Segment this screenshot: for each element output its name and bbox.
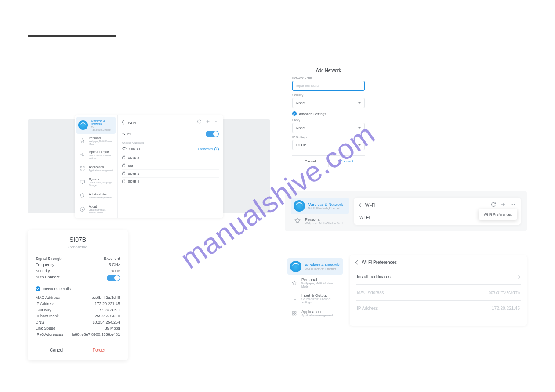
network-row[interactable]: SI07B-4 [122, 177, 219, 185]
network-name-label: Network Name [292, 76, 365, 79]
wifi-preferences-tooltip[interactable]: Wi-Fi Preferences [479, 209, 517, 220]
svg-rect-13 [294, 311, 296, 313]
auto-connect-toggle[interactable] [107, 275, 120, 281]
kv-row: Frequency5 GHz [36, 262, 120, 268]
svg-rect-3 [83, 169, 84, 170]
cancel-button[interactable]: Cancel [292, 156, 329, 167]
network-row[interactable]: SI07B-3 [122, 169, 219, 177]
choose-network-label: Choose A Network [122, 141, 219, 144]
star-icon [290, 279, 298, 287]
io-icon [290, 295, 298, 302]
sidebar-item-input[interactable]: Input & OutputSound output, Channel sett… [76, 148, 116, 162]
chevron-right-icon [517, 275, 520, 278]
network-details-modal: SI07B Connected Signal StrengthExcellent… [28, 230, 128, 360]
io-icon [78, 151, 86, 159]
svg-rect-12 [292, 311, 294, 313]
sidebar-item-administrator[interactable]: AdministratorAdministrator operations [76, 189, 116, 202]
wifi-icon [294, 200, 305, 212]
shield-icon [78, 192, 86, 200]
wifi-row-label: Wi-Fi [359, 215, 370, 220]
network-row[interactable]: SI07B-1Connected [122, 145, 219, 154]
network-title: SI07B [36, 236, 120, 243]
sidebar-item-wireless[interactable]: Wireless & Network Wi-Fi,Bluetooth,Ether… [76, 117, 116, 134]
sidebar-item-personal[interactable]: PersonalWallpaper,Multi-Window Mode [76, 134, 116, 148]
sidebar-item-personal[interactable]: Personal Wallpaper, Multi-Window Mode [291, 214, 349, 227]
prefs-row[interactable]: Install certificates [356, 269, 521, 284]
proxy-select[interactable]: None [292, 123, 365, 133]
wireless-title: Wireless & Network [308, 202, 343, 207]
personal-sub: Wallpaper, Multi-Window Mode [305, 222, 344, 225]
sidebar-item-wireless[interactable]: Wireless & Network Wi-Fi,Bluetooth,Ether… [287, 258, 343, 275]
wifi-row-label: Wi-Fi [122, 132, 131, 136]
security-label: Security [292, 94, 365, 97]
ssid-placeholder: Input the SSID [296, 84, 319, 88]
grid-icon [290, 309, 298, 317]
kv-row: Signal StrengthExcellent [36, 255, 120, 262]
svg-rect-15 [294, 313, 296, 315]
proxy-value: None [296, 126, 305, 130]
sidebar-item-about[interactable]: AboutLegal information, Android version [76, 202, 116, 216]
ip-value: DHCP [296, 143, 306, 147]
wireless-sub: Wi-Fi,Bluetooth,Ethernet [308, 207, 343, 210]
svg-rect-2 [80, 169, 82, 170]
grid-icon [78, 165, 86, 173]
prefs-row: IP Address172.20.221.45 [356, 300, 521, 316]
network-details-label: Network Details [43, 287, 71, 291]
sidebar-item-personal[interactable]: PersonalWallpaper, Multi-Window Mode [287, 275, 343, 291]
wifi-header: Wi-Fi [365, 203, 375, 208]
auto-connect-label: Auto Connect [36, 275, 60, 281]
more-icon[interactable] [510, 202, 515, 208]
header-rule [132, 36, 527, 36]
add-network-form: Add Network Network Name Input the SSID … [292, 68, 365, 167]
proxy-label: Proxy [292, 119, 365, 122]
star-icon [294, 217, 301, 225]
cancel-button[interactable]: Cancel [36, 343, 78, 357]
mon-icon [78, 178, 86, 186]
svg-point-7 [216, 121, 217, 122]
star-icon [78, 137, 86, 145]
back-icon[interactable] [355, 260, 360, 265]
refresh-icon[interactable] [491, 202, 496, 208]
kv-row: SecurityNone [36, 268, 120, 274]
lock-icon [122, 180, 125, 183]
back-icon[interactable] [122, 120, 126, 125]
kv-row: Link Speed39 Mbps [36, 325, 120, 331]
wifi-toggle[interactable] [206, 131, 219, 137]
svg-rect-0 [80, 166, 82, 168]
security-select[interactable]: None [292, 98, 365, 108]
add-icon[interactable] [206, 119, 210, 125]
add-network-title: Add Network [292, 68, 365, 73]
refresh-icon[interactable] [197, 119, 201, 125]
svg-point-10 [512, 204, 513, 205]
network-row[interactable]: SI07B-2 [122, 154, 219, 162]
signal-icon [122, 147, 127, 151]
sidebar-item-wireless[interactable]: Wireless & Network Wi-Fi,Bluetooth,Ether… [291, 198, 349, 214]
prefs-header: Wi-Fi Preferences [362, 260, 397, 265]
svg-point-6 [215, 121, 216, 122]
prefs-row: MAC Addressbc:6b:ff:2a:3d:f6 [356, 284, 521, 300]
info-icon [78, 205, 86, 213]
advance-settings-label: Advance Settings [299, 112, 326, 116]
kv-row: IP Address172.20.221.45 [36, 301, 120, 307]
sidebar-item-system[interactable]: SystemDate & Time, Language, Storage [76, 175, 116, 189]
checkmark-icon [36, 286, 40, 291]
lock-icon [122, 156, 125, 159]
checkmark-icon[interactable] [292, 111, 297, 116]
sidebar-item-input[interactable]: Input & OutputSound output, Channel sett… [287, 291, 343, 306]
info-icon[interactable] [214, 147, 219, 151]
kv-row: DNS10.254.254.254 [36, 319, 120, 325]
more-icon[interactable] [214, 119, 219, 125]
svg-rect-1 [83, 166, 84, 168]
back-icon[interactable] [359, 203, 363, 208]
sidebar-wireless-sub: Wi-Fi,Bluetooth,Ethernet [91, 126, 114, 131]
add-icon[interactable] [501, 202, 506, 208]
sidebar-item-application[interactable]: ApplicationApplication management [287, 306, 343, 320]
connect-button[interactable]: Connect [329, 156, 365, 167]
wifi-preferences-screen: Wireless & Network Wi-Fi,Bluetooth,Ether… [285, 255, 527, 326]
ip-select[interactable]: DHCP [292, 140, 365, 150]
wifi-icon [78, 120, 88, 130]
sidebar-item-application[interactable]: ApplicationApplication management [76, 162, 116, 175]
ssid-input[interactable]: Input the SSID [292, 81, 365, 91]
network-row[interactable]: aaa [122, 162, 219, 169]
forget-button[interactable]: Forget [78, 343, 120, 357]
